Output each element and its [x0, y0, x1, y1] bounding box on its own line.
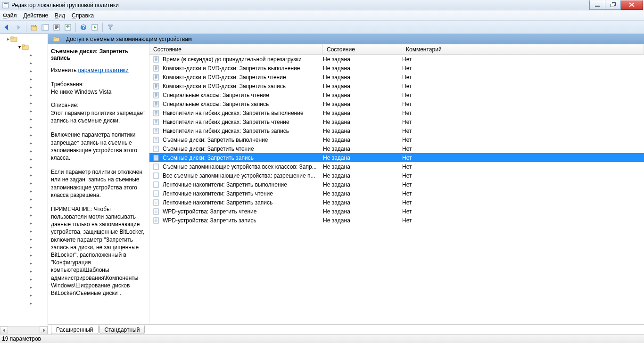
tree-hscroll[interactable] [0, 326, 48, 334]
tree-node[interactable]: ▸ [0, 99, 48, 107]
tree-node[interactable]: ▸ [0, 283, 48, 291]
menu-view[interactable]: Вид [55, 12, 65, 19]
col-setting[interactable]: Состояние [149, 44, 323, 54]
chevron-right-icon[interactable]: ▸ [28, 164, 33, 170]
table-row[interactable]: Компакт-диски и DVD-диски: Запретить зап… [149, 82, 644, 90]
export-button[interactable] [63, 22, 73, 33]
table-row[interactable]: Компакт-диски и DVD-диски: Запретить вып… [149, 64, 644, 73]
tree-node[interactable]: ▸ [0, 107, 48, 115]
tree-pane[interactable]: ▸ ▾ ▸▸▸▸▸▸▸▸▸▸▸▸▸▸▸▸▸▸▸▸▸▸▸▸▸▸▸▸▸▸▸▸ [0, 34, 48, 334]
tree-node[interactable]: ▸ [0, 91, 48, 99]
chevron-right-icon[interactable]: ▸ [28, 253, 33, 258]
table-row[interactable]: Съемные диски: Запретить записьНе задана… [149, 153, 644, 162]
chevron-right-icon[interactable]: ▸ [28, 92, 33, 98]
tree-node[interactable]: ▸ [0, 67, 48, 75]
tree-node[interactable]: ▸ [0, 275, 48, 283]
chevron-right-icon[interactable]: ▸ [28, 285, 33, 290]
minimize-button[interactable] [589, 0, 605, 10]
tree-node[interactable]: ▸ [0, 115, 48, 123]
chevron-right-icon[interactable]: ▸ [28, 60, 33, 65]
help-button[interactable]: ? [78, 22, 89, 33]
chevron-right-icon[interactable]: ▸ [28, 261, 33, 266]
chevron-right-icon[interactable]: ▸ [28, 180, 33, 186]
chevron-right-icon[interactable]: ▸ [28, 196, 33, 202]
chevron-right-icon[interactable]: ▸ [28, 237, 33, 242]
chevron-right-icon[interactable]: ▸ [28, 172, 33, 178]
chevron-down-icon[interactable]: ▾ [17, 44, 22, 49]
table-row[interactable]: Накопители на гибких дисках: Запретить в… [149, 108, 644, 117]
tree-node[interactable]: ▸ [0, 259, 48, 267]
chevron-right-icon[interactable]: ▸ [28, 148, 33, 154]
table-row[interactable]: Накопители на гибких дисках: Запретить ч… [149, 117, 644, 126]
tree-node[interactable]: ▸ [0, 251, 48, 259]
chevron-right-icon[interactable]: ▸ [28, 277, 33, 282]
tree-node[interactable]: ▸ [0, 291, 48, 299]
table-row[interactable]: Время (в секундах) до принудительной пер… [149, 55, 644, 64]
tree-node[interactable]: ▸ [0, 163, 48, 171]
tree-node[interactable]: ▸ [0, 227, 48, 235]
menu-file[interactable]: Файл [3, 12, 17, 19]
table-row[interactable]: Съемные диски: Запретить выполнениеНе за… [149, 135, 644, 144]
tree-node[interactable]: ▸ [0, 195, 48, 203]
chevron-right-icon[interactable]: ▸ [28, 245, 33, 250]
table-row[interactable]: Специальные классы: Запретить чтениеНе з… [149, 90, 644, 99]
tree-node[interactable]: ▸ [0, 219, 48, 227]
tab-extended[interactable]: Расширенный [51, 326, 99, 334]
table-row[interactable]: Ленточные накопители: Запретить выполнен… [149, 180, 644, 189]
chevron-right-icon[interactable]: ▸ [28, 220, 33, 226]
menu-help[interactable]: Справка [72, 12, 94, 19]
chevron-right-icon[interactable]: ▸ [28, 76, 33, 82]
table-row[interactable]: WPD-устройства: Запретить записьНе задан… [149, 216, 644, 225]
table-row[interactable]: Все съемные запоминающие устройства: раз… [149, 171, 644, 180]
play-button[interactable] [90, 22, 100, 33]
chevron-right-icon[interactable]: ▸ [28, 156, 33, 162]
tree-node[interactable]: ▸ [0, 179, 48, 187]
tree-node[interactable]: ▸ [0, 299, 48, 307]
tree-node[interactable]: ▸ [0, 211, 48, 219]
tree-node[interactable]: ▸ [0, 267, 48, 275]
chevron-right-icon[interactable]: ▸ [28, 132, 33, 138]
menu-action[interactable]: Действие [24, 12, 49, 19]
properties-button[interactable] [51, 22, 62, 33]
chevron-right-icon[interactable]: ▸ [28, 84, 33, 90]
col-state[interactable]: Состояние [323, 44, 402, 54]
tree-node[interactable]: ▸ [0, 147, 48, 155]
chevron-right-icon[interactable]: ▸ [28, 108, 33, 114]
scroll-right-icon[interactable] [40, 327, 48, 335]
table-row[interactable]: Съемные диски: Запретить чтениеНе задана… [149, 144, 644, 153]
chevron-right-icon[interactable]: ▸ [28, 188, 33, 194]
restore-button[interactable] [605, 0, 621, 10]
tree-node[interactable]: ▸ [0, 187, 48, 195]
chevron-right-icon[interactable]: ▸ [28, 52, 33, 57]
tree-node[interactable]: ▸ [0, 155, 48, 163]
tree-node[interactable]: ▸ [0, 51, 48, 59]
chevron-right-icon[interactable]: ▸ [28, 269, 33, 274]
forward-button[interactable] [13, 22, 24, 33]
tree-node[interactable]: ▸ [0, 59, 48, 67]
tree-node[interactable]: ▸ [0, 131, 48, 139]
tree-node[interactable]: ▸ [0, 35, 48, 43]
up-button[interactable] [29, 22, 39, 33]
table-row[interactable]: WPD-устройства: Запретить чтениеНе задан… [149, 207, 644, 216]
tree-node[interactable]: ▸ [0, 243, 48, 251]
table-row[interactable]: Ленточные накопители: Запретить записьНе… [149, 198, 644, 207]
table-row[interactable]: Съемные запоминающие устройства всех кла… [149, 162, 644, 171]
filter-button[interactable] [105, 22, 116, 33]
settings-list[interactable]: Время (в секундах) до принудительной пер… [149, 55, 644, 324]
tree-node[interactable]: ▸ [0, 235, 48, 243]
edit-link[interactable]: параметр политики [78, 67, 128, 74]
tree-node[interactable]: ▾ [0, 43, 48, 51]
tree-node[interactable]: ▸ [0, 75, 48, 83]
close-button[interactable] [620, 0, 643, 10]
table-row[interactable]: Компакт-диски и DVD-диски: Запретить чте… [149, 73, 644, 82]
chevron-right-icon[interactable]: ▸ [28, 301, 33, 306]
chevron-right-icon[interactable]: ▸ [28, 68, 33, 74]
chevron-right-icon[interactable]: ▸ [28, 100, 33, 106]
tree-node[interactable]: ▸ [0, 171, 48, 179]
chevron-right-icon[interactable]: ▸ [28, 204, 33, 210]
table-row[interactable]: Накопители на гибких дисках: Запретить з… [149, 126, 644, 135]
chevron-right-icon[interactable]: ▸ [28, 124, 33, 130]
tab-standard[interactable]: Стандартный [99, 326, 145, 334]
col-comment[interactable]: Комментарий [402, 44, 644, 54]
back-button[interactable] [2, 22, 12, 33]
